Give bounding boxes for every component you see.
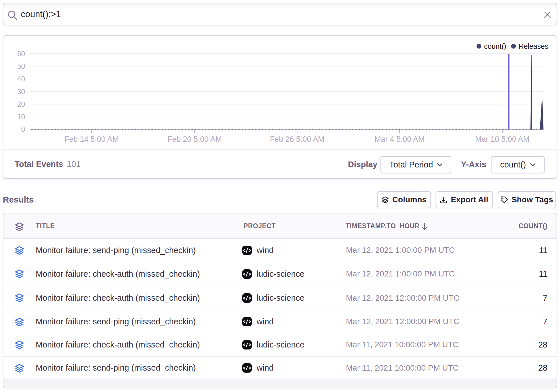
svg-text:Mar 10 5:00 AM: Mar 10 5:00 AM: [475, 135, 530, 144]
svg-text:Mar 4 5:00 AM: Mar 4 5:00 AM: [374, 135, 425, 144]
svg-text:20: 20: [17, 100, 25, 108]
svg-text:Feb 14 5:00 AM: Feb 14 5:00 AM: [65, 135, 119, 144]
svg-text:Releases: Releases: [519, 42, 548, 50]
svg-text:0: 0: [21, 125, 25, 133]
svg-text:30: 30: [17, 88, 25, 96]
svg-text:60: 60: [17, 50, 25, 58]
svg-text:Feb 26 5:00 AM: Feb 26 5:00 AM: [270, 135, 325, 144]
svg-text:50: 50: [17, 62, 25, 70]
svg-text:10: 10: [17, 113, 25, 121]
svg-text:count(): count(): [484, 42, 506, 50]
svg-text:Feb 20 5:00 AM: Feb 20 5:00 AM: [168, 135, 222, 144]
svg-text:40: 40: [17, 75, 25, 83]
